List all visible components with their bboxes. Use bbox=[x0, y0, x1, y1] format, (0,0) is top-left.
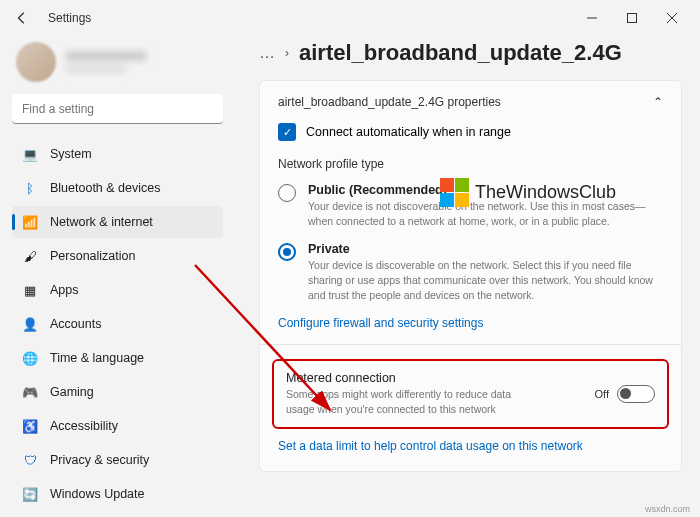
sidebar-item-label: Windows Update bbox=[50, 487, 145, 501]
connect-auto-checkbox[interactable]: ✓ bbox=[278, 123, 296, 141]
sidebar-item-bluetooth[interactable]: ᛒBluetooth & devices bbox=[12, 172, 223, 204]
window-title: Settings bbox=[48, 11, 91, 25]
sidebar-item-label: Privacy & security bbox=[50, 453, 149, 467]
sidebar-item-privacy[interactable]: 🛡Privacy & security bbox=[12, 444, 223, 476]
user-profile[interactable] bbox=[12, 36, 223, 94]
sidebar-item-label: Accounts bbox=[50, 317, 101, 331]
accessibility-icon: ♿ bbox=[22, 418, 38, 434]
close-button[interactable] bbox=[652, 4, 692, 32]
apps-icon: ▦ bbox=[22, 282, 38, 298]
search-input[interactable] bbox=[12, 94, 223, 124]
sidebar-item-personalization[interactable]: 🖌Personalization bbox=[12, 240, 223, 272]
sidebar-item-label: Accessibility bbox=[50, 419, 118, 433]
bluetooth-icon: ᛒ bbox=[22, 180, 38, 196]
radio-private[interactable] bbox=[278, 243, 296, 261]
avatar bbox=[16, 42, 56, 82]
maximize-button[interactable] bbox=[612, 4, 652, 32]
sidebar-item-network[interactable]: 📶Network & internet bbox=[12, 206, 223, 238]
sidebar-item-update[interactable]: 🔄Windows Update bbox=[12, 478, 223, 510]
sidebar-item-label: Apps bbox=[50, 283, 79, 297]
radio-public[interactable] bbox=[278, 184, 296, 202]
shield-icon: 🛡 bbox=[22, 452, 38, 468]
sidebar-item-time[interactable]: 🌐Time & language bbox=[12, 342, 223, 374]
properties-card: airtel_broadband_update_2.4G properties … bbox=[259, 80, 682, 472]
sidebar-item-label: Bluetooth & devices bbox=[50, 181, 161, 195]
radio-public-desc: Your device is not discoverable on the n… bbox=[308, 199, 663, 228]
source-mark: wsxdn.com bbox=[645, 504, 690, 514]
sidebar-item-label: Network & internet bbox=[50, 215, 153, 229]
card-title: airtel_broadband_update_2.4G properties bbox=[278, 95, 501, 109]
globe-icon: 🌐 bbox=[22, 350, 38, 366]
breadcrumb-more-icon[interactable]: … bbox=[259, 44, 275, 62]
connect-auto-label: Connect automatically when in range bbox=[306, 125, 511, 139]
metered-toggle[interactable] bbox=[617, 385, 655, 403]
sidebar-item-label: Personalization bbox=[50, 249, 135, 263]
sidebar-item-system[interactable]: 💻System bbox=[12, 138, 223, 170]
system-icon: 💻 bbox=[22, 146, 38, 162]
sidebar-item-accounts[interactable]: 👤Accounts bbox=[12, 308, 223, 340]
sidebar-item-label: System bbox=[50, 147, 92, 161]
gaming-icon: 🎮 bbox=[22, 384, 38, 400]
radio-private-title: Private bbox=[308, 242, 663, 256]
sidebar-item-gaming[interactable]: 🎮Gaming bbox=[12, 376, 223, 408]
chevron-right-icon: › bbox=[285, 46, 289, 60]
back-button[interactable] bbox=[8, 4, 36, 32]
wifi-icon: 📶 bbox=[22, 214, 38, 230]
datalimit-link[interactable]: Set a data limit to help control data us… bbox=[278, 439, 663, 453]
firewall-link[interactable]: Configure firewall and security settings bbox=[278, 316, 663, 330]
sidebar-item-accessibility[interactable]: ♿Accessibility bbox=[12, 410, 223, 442]
metered-highlight: Metered connection Some apps might work … bbox=[272, 359, 669, 428]
profile-type-label: Network profile type bbox=[278, 157, 663, 171]
brush-icon: 🖌 bbox=[22, 248, 38, 264]
accounts-icon: 👤 bbox=[22, 316, 38, 332]
metered-title: Metered connection bbox=[286, 371, 516, 385]
sidebar-item-label: Time & language bbox=[50, 351, 144, 365]
page-title: airtel_broadband_update_2.4G bbox=[299, 40, 622, 66]
toggle-state-label: Off bbox=[595, 388, 609, 400]
breadcrumb: … › airtel_broadband_update_2.4G bbox=[259, 40, 682, 66]
radio-private-desc: Your device is discoverable on the netwo… bbox=[308, 258, 663, 302]
minimize-button[interactable] bbox=[572, 4, 612, 32]
svg-rect-1 bbox=[628, 14, 637, 23]
radio-public-title: Public (Recommended) bbox=[308, 183, 663, 197]
sidebar-item-label: Gaming bbox=[50, 385, 94, 399]
update-icon: 🔄 bbox=[22, 486, 38, 502]
sidebar-item-apps[interactable]: ▦Apps bbox=[12, 274, 223, 306]
collapse-icon[interactable]: ⌃ bbox=[653, 95, 663, 109]
divider bbox=[260, 344, 681, 345]
metered-desc: Some apps might work differently to redu… bbox=[286, 387, 516, 416]
